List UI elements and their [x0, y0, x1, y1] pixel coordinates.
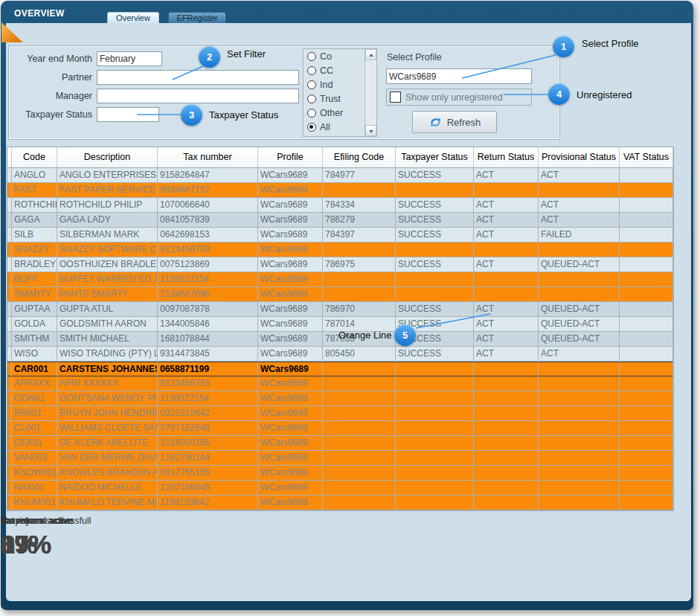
- cell-return-status: [474, 436, 539, 451]
- cell-code: SNAZZY: [12, 243, 57, 257]
- cell-efiling-code: 784334: [323, 198, 396, 213]
- cell-code: ROTHCHILD: [12, 198, 57, 213]
- application-window: OVERVIEW Overview EFRegister: [1, 1, 693, 610]
- stat-label: Vat retruns active: [1, 516, 72, 526]
- taxpayer-status-input[interactable]: [97, 107, 159, 122]
- cell-provisional-status: [539, 421, 620, 436]
- cell-return-status: [474, 287, 539, 302]
- cell-vat-status: [620, 376, 673, 391]
- cell-taxpayer-status: SUCCESS: [396, 213, 474, 228]
- table-row-silb[interactable]: SILBSILBERMAN MARK0642698153WCars9689784…: [7, 228, 673, 243]
- stat-4: Vat retruns active0%: [1, 516, 72, 559]
- cell-code: BRADLEY: [12, 257, 57, 272]
- cell-return-status: ACT: [474, 302, 539, 317]
- table-row-smarty[interactable]: SMARTYPANTS SMARTY2134567896WCars9689: [7, 287, 673, 302]
- table-row-anglo[interactable]: ANGLOANGLO ENTERPRISES (P9158264847WCars…: [7, 168, 673, 183]
- table-row-snazzy[interactable]: SNAZZYSNAZZY SOFTWARE COM9123456783WCars…: [7, 243, 673, 257]
- cell-profile: WCars9689: [258, 272, 323, 287]
- cell-taxpayer-status: SUCCESS: [396, 228, 474, 243]
- table-row-van003[interactable]: VAN003VAN DER MERWE DAVID1282790144WCars…: [7, 451, 673, 466]
- cell-return-status: [474, 376, 539, 391]
- show-only-unregistered-label: Show only unregistered: [405, 92, 503, 103]
- table-row-gon01[interactable]: GON01GONTSANA WENDY PHIL1138522154WCars9…: [7, 391, 673, 406]
- cell-taxpayer-status: [396, 451, 474, 466]
- cell-provisional-status: [539, 481, 620, 495]
- column-header-tax-number[interactable]: Tax number: [158, 147, 258, 167]
- cell-tax-number: 0767152648: [158, 421, 258, 436]
- cell-description: PANTS SMARTY: [57, 287, 158, 302]
- cell-code: VAN003: [12, 451, 57, 466]
- column-header-description[interactable]: Description: [57, 147, 158, 167]
- table-row-nai001[interactable]: NAI001NAIDOO MICHELLE1207156645WCars9689: [7, 481, 673, 495]
- table-row-wiso[interactable]: WISOWISO TRADING (PTY) LT9314473845WCars…: [7, 347, 673, 362]
- partner-input[interactable]: [97, 70, 299, 85]
- cell-taxpayer-status: SUCCESS: [396, 168, 474, 183]
- cell-profile: WCars9689: [258, 168, 323, 183]
- cell-return-status: [474, 362, 539, 376]
- table-row-buff[interactable]: BUFFBUFFET WARREN EG 151138522154WCars96…: [7, 272, 673, 287]
- tab-overview[interactable]: Overview: [107, 12, 159, 23]
- cell-vat-status: [620, 451, 673, 466]
- cell-provisional-status: ACT: [539, 213, 620, 228]
- column-header-taxpayer-status[interactable]: Taxpayer Status: [396, 147, 474, 167]
- tab-efregister[interactable]: EFRegister: [168, 12, 226, 23]
- select-profile-input[interactable]: [386, 68, 532, 84]
- table-row-rothchild[interactable]: ROTHCHILDROTHCHILD PHILIP1070066640WCars…: [7, 198, 673, 213]
- cell-profile: WCars9689: [258, 332, 323, 347]
- filter-panel: Year end Month Partner Manager Taxpayer …: [8, 45, 560, 140]
- cell-vat-status: [620, 257, 673, 272]
- cell-description: SNAZZY SOFTWARE COM: [57, 243, 158, 257]
- cell-vat-status: [620, 243, 673, 257]
- cell-vat-status: [620, 362, 673, 376]
- manager-input[interactable]: [97, 89, 299, 103]
- cell-taxpayer-status: [396, 272, 474, 287]
- column-header-code[interactable]: Code: [12, 147, 57, 167]
- cell-return-status: ACT: [474, 257, 539, 272]
- cell-tax-number: 1070066640: [158, 198, 258, 213]
- table-row-br001[interactable]: BR001BRUYN JOHN HENDRINNA0322210642WCars…: [7, 406, 673, 421]
- table-row-cl001[interactable]: CL001WILLIAMS CLOETE SAMM0767152648WCars…: [7, 421, 673, 436]
- entity-type-option-label: CC: [320, 65, 333, 76]
- table-row-know001[interactable]: KNOW001KNOWLES BRANDEN ARM0812755155WCar…: [7, 466, 673, 481]
- cell-provisional-status: [539, 362, 620, 376]
- stat-value: 0%: [1, 530, 72, 559]
- cell-taxpayer-status: [396, 287, 474, 302]
- column-header-provisional-status[interactable]: Provisional Status: [539, 147, 620, 167]
- cell-description: NAIDOO MICHELLE: [57, 481, 158, 495]
- column-header-profile[interactable]: Profile: [258, 147, 323, 167]
- table-row-bradley[interactable]: BRADLEYOOSTHUIZEN BRADLEY0075123869WCars…: [7, 257, 673, 272]
- table-row-fast[interactable]: FASTFAST PAPER SERVICE (P9834667157WCars…: [7, 183, 673, 198]
- cell-tax-number: 9314473845: [158, 347, 258, 362]
- column-header-efiling-code[interactable]: Efiling Code: [323, 147, 396, 167]
- scroll-down-icon[interactable]: [365, 125, 376, 136]
- cell-tax-number: 1138522154: [158, 391, 258, 406]
- column-header-vat-status[interactable]: VAT Status: [620, 147, 673, 167]
- table-row-car001[interactable]: CAR001CARSTENS JOHANNES ED0658871199WCar…: [7, 362, 673, 376]
- cell-code: ANGLO: [12, 168, 57, 183]
- cell-provisional-status: [539, 183, 620, 198]
- cell-profile: WCars9689: [258, 302, 323, 317]
- refresh-button[interactable]: Refresh: [412, 111, 497, 133]
- column-header-return-status[interactable]: Return Status: [474, 147, 539, 167]
- cell-profile: WCars9689: [258, 391, 323, 406]
- table-row-khum001[interactable]: KHUM001KHUMALO TERVINE MAL1199153642WCar…: [7, 495, 673, 510]
- cell-description: FAST PAPER SERVICE (P: [57, 183, 158, 198]
- table-row-guptaa[interactable]: GUPTAAGUPTA ATUL0097087878WCars968978697…: [7, 302, 673, 317]
- cell-tax-number: 0642698153: [158, 228, 258, 243]
- cell-description: VAN DER MERWE DAVID: [57, 451, 158, 466]
- table-row-gaga[interactable]: GAGAGAGA LADY0841057839WCars9689786279SU…: [7, 213, 673, 228]
- scroll-up-icon[interactable]: [365, 49, 376, 60]
- cell-description: GUPTA ATUL: [57, 302, 158, 317]
- cell-description: BRUYN JOHN HENDRINNA: [57, 406, 158, 421]
- show-only-unregistered-checkbox[interactable]: [390, 92, 401, 103]
- cell-efiling-code: [323, 436, 396, 451]
- cell-description: KNOWLES BRANDEN ARM: [57, 466, 158, 481]
- table-row-dek01[interactable]: DEK01DE KLERK ANELLITE1016020156WCars968…: [7, 436, 673, 451]
- cell-description: GOLDSMITH AARON: [57, 317, 158, 332]
- cell-profile: WCars9689: [258, 466, 323, 481]
- table-row-afrxxx[interactable]: AFRXXXAFRI XXXXXX9123456783WCars9689: [7, 376, 673, 391]
- entity-type-scrollbar[interactable]: [365, 49, 376, 136]
- cell-description: ANGLO ENTERPRISES (P: [57, 168, 158, 183]
- cell-return-status: [474, 183, 539, 198]
- year-end-month-input[interactable]: [97, 51, 162, 66]
